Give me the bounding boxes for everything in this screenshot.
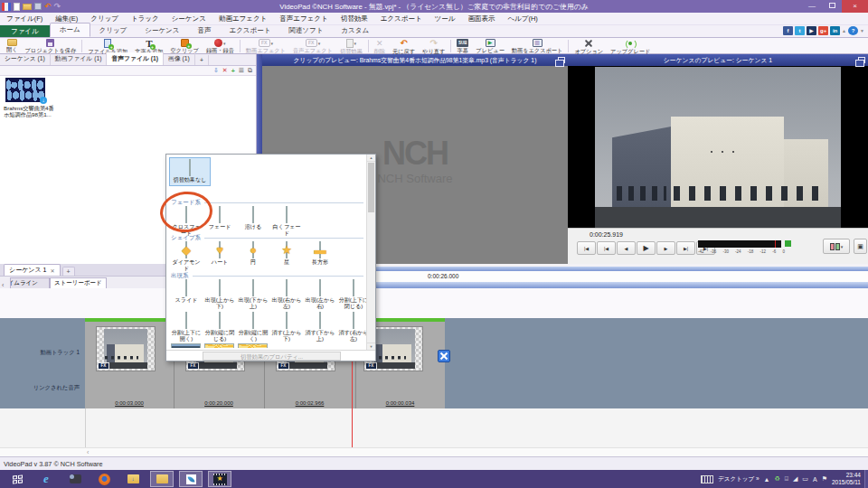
menu-view[interactable]: 画面表示: [461, 14, 501, 23]
redo-button[interactable]: ↷やり直す: [419, 39, 448, 53]
menu-file[interactable]: ファイル(F): [0, 14, 49, 23]
transition-fade-white[interactable]: 白くフェード: [270, 207, 303, 236]
timeline-scrollbar[interactable]: ‹: [0, 447, 868, 456]
scroll-up-icon[interactable]: ▲: [367, 155, 375, 162]
menu-export[interactable]: エクスポート: [374, 14, 429, 23]
googleplus-icon[interactable]: g+: [818, 26, 828, 35]
transition-split-open-v[interactable]: 分割(縦に開く): [237, 313, 269, 342]
save-project-button[interactable]: プロジェクトを保存: [22, 39, 80, 53]
touch-keyboard-icon[interactable]: [701, 475, 713, 483]
delete-button[interactable]: ✕削除: [371, 39, 389, 53]
tab-home[interactable]: ホーム: [50, 23, 90, 37]
clip-1-fx-badge[interactable]: FX: [98, 362, 109, 370]
play-button[interactable]: ▶: [637, 241, 656, 255]
audio-effects-button[interactable]: FX▾音声エフェクト: [289, 39, 336, 53]
clip-4-fx-badge[interactable]: FX: [365, 362, 377, 370]
bin-tab-audio-files[interactable]: 音声ファイル (1): [107, 52, 164, 65]
tab-file[interactable]: ファイル: [0, 25, 50, 37]
power-tray-icon[interactable]: ▭: [802, 475, 808, 483]
bin-tab-add[interactable]: +: [195, 55, 209, 65]
tab-timeline-view[interactable]: タイムライン: [10, 277, 50, 288]
transition-split-close-tb[interactable]: 分割(上下に閉じる): [337, 280, 370, 309]
transition-split-open-tb[interactable]: 分割(上下に開く): [170, 313, 203, 342]
scroll-thumb[interactable]: [368, 163, 374, 212]
tab-audio[interactable]: 音声: [188, 24, 220, 37]
next-clip-button[interactable]: ▶|: [676, 241, 695, 255]
desktop-toolbar[interactable]: デスクトップ »: [718, 475, 759, 483]
transition-appear-top[interactable]: 出現(上から下): [203, 280, 236, 309]
transition-dissolve[interactable]: 溶ける: [237, 207, 269, 230]
bin-tab-video-files[interactable]: 動画ファイル (1): [51, 52, 108, 65]
record-dropdown[interactable]: ▾: [223, 41, 226, 46]
feather-app-icon[interactable]: [179, 471, 203, 487]
facebook-icon[interactable]: f: [783, 26, 793, 35]
transition-appear-left[interactable]: 出現(左から右): [304, 280, 336, 309]
scroll-down-icon[interactable]: ▼: [367, 343, 375, 350]
linkedin-icon[interactable]: in: [830, 26, 840, 35]
step-forward-button[interactable]: ▶: [656, 241, 675, 255]
transition-star[interactable]: ★星: [270, 242, 303, 266]
preview-button[interactable]: ▶プレビュー: [472, 39, 508, 53]
tab-clip[interactable]: クリップ: [90, 24, 137, 37]
internet-explorer-icon[interactable]: e: [34, 471, 58, 487]
snapshot-button[interactable]: ▣: [854, 239, 867, 254]
twitter-icon[interactable]: t: [795, 26, 805, 35]
video-effects-button[interactable]: FX▾動画エフェクト: [242, 39, 289, 53]
transition-wipe-right[interactable]: 消す(右から左): [337, 313, 370, 342]
action-center-icon[interactable]: ⚑: [822, 475, 827, 483]
blank-clip-button[interactable]: +空クリップ: [166, 39, 203, 53]
open-button[interactable]: 開く: [3, 39, 22, 53]
menu-track[interactable]: トラック: [125, 14, 165, 23]
expand-icon[interactable]: ▼: [860, 28, 864, 33]
menu-video-effects[interactable]: 動画エフェクト: [212, 14, 273, 23]
transition-slide[interactable]: スライド: [170, 280, 203, 304]
camera-app-icon[interactable]: [63, 471, 87, 487]
remove-file-icon[interactable]: ✕: [222, 67, 228, 74]
audio-file-thumbnail[interactable]: ↓: [5, 78, 45, 102]
menu-help[interactable]: ヘルプ(H): [501, 14, 543, 23]
window-close-button[interactable]: ×: [842, 0, 868, 13]
go-to-start-button[interactable]: |◀: [577, 241, 596, 255]
transition-wipe-top[interactable]: 消す(上から下): [270, 313, 303, 342]
menu-sequence[interactable]: シーケンス: [165, 14, 212, 23]
tab-scroll-left-icon[interactable]: ‹: [2, 282, 10, 288]
subtitles-button[interactable]: SUB字幕: [453, 39, 472, 53]
bin-tab-sequences[interactable]: シーケンス (1): [0, 52, 51, 65]
transition-rectangle[interactable]: ▬長方形: [304, 242, 336, 266]
clip-3-fx-badge[interactable]: FX: [278, 362, 289, 370]
tab-related-software[interactable]: 関連ソフト: [279, 24, 332, 37]
help-icon[interactable]: ?: [848, 26, 858, 35]
tab-storyboard-view[interactable]: ストーリーボード: [50, 277, 107, 288]
transition-heart[interactable]: ♥ハート: [203, 242, 236, 266]
clip-1-thumbnail[interactable]: FX: [96, 326, 156, 371]
network-tray-icon[interactable]: ◢: [793, 475, 797, 483]
sequence-tab[interactable]: シーケンス 1✕: [4, 264, 61, 276]
record-button[interactable]: ▾録画・録音: [203, 39, 238, 53]
update-tray-icon[interactable]: ♻: [774, 475, 779, 483]
tab-export[interactable]: エクスポート: [220, 24, 279, 37]
downloads-folder-icon[interactable]: ↓: [121, 471, 145, 487]
popup-scrollbar[interactable]: ▲ ▼: [366, 155, 375, 350]
menu-audio-effects[interactable]: 音声エフェクト: [273, 14, 334, 23]
upgrade-button[interactable]: アップグレード: [607, 39, 654, 53]
add-media-icon[interactable]: +: [231, 68, 235, 74]
tab-sequence[interactable]: シーケンス: [136, 24, 188, 37]
window-minimize-button[interactable]: —: [802, 0, 822, 13]
export-video-button[interactable]: ▥動画をエクスポート: [508, 39, 567, 53]
menu-clip[interactable]: クリップ: [84, 14, 125, 23]
transition-appear-right[interactable]: 出現(右から左): [270, 280, 303, 309]
transition-appear-bottom[interactable]: 出現(下から上): [237, 280, 269, 309]
bin-tab-images[interactable]: 画像 (1): [164, 52, 195, 65]
taskbar-clock[interactable]: 23:442015/05/11: [832, 472, 861, 486]
tray-expand-icon[interactable]: ▲: [764, 476, 770, 483]
menu-tools[interactable]: ツール: [429, 14, 462, 23]
undo-button[interactable]: ↶元に戻す: [389, 39, 419, 53]
step-back-button[interactable]: ◀: [617, 241, 636, 255]
options-button[interactable]: オプション: [571, 39, 607, 53]
detach-panel-icon[interactable]: ⧉: [248, 67, 252, 74]
sequence-preview-popout-icon[interactable]: [858, 57, 865, 63]
add-sequence-tab[interactable]: +: [62, 267, 75, 276]
audio-device-button[interactable]: ▾: [823, 239, 850, 254]
youtube-icon[interactable]: ▶: [807, 26, 816, 35]
transition-circle[interactable]: ●円: [237, 242, 269, 266]
